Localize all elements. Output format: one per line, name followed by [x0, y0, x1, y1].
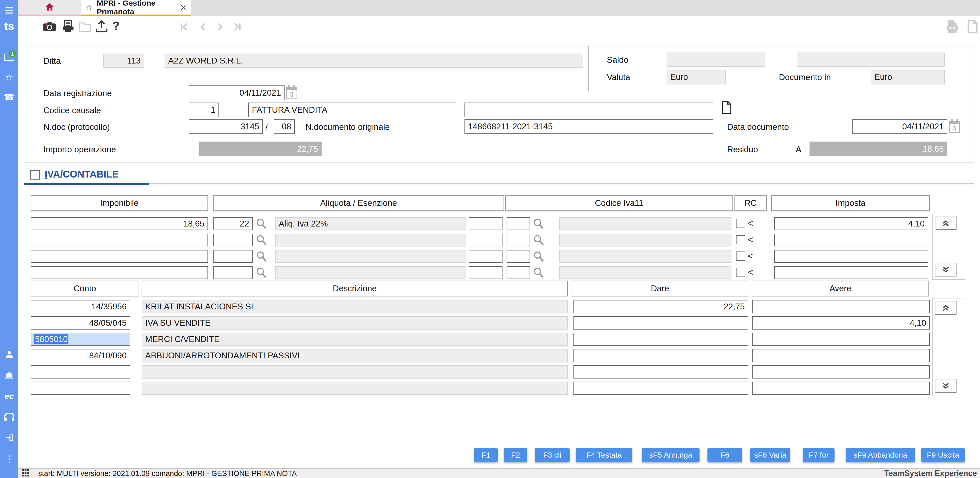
dare-field[interactable]: [573, 333, 748, 346]
iva-aliquota-field[interactable]: 22: [213, 217, 253, 230]
search-icon[interactable]: [255, 234, 267, 248]
avere-field[interactable]: [752, 365, 930, 378]
avere-field[interactable]: [752, 349, 930, 362]
search-icon[interactable]: [255, 251, 267, 264]
favorites-star-icon[interactable]: ☆: [0, 72, 18, 83]
logout-icon[interactable]: [0, 433, 18, 441]
documento-in-field[interactable]: Euro: [871, 70, 945, 84]
favorite-star-icon[interactable]: ☆: [86, 3, 93, 12]
sf9-abbandona-button[interactable]: sF9 Abbandona: [846, 448, 915, 462]
search-icon[interactable]: [532, 218, 545, 231]
valuta-field[interactable]: Euro: [667, 70, 726, 84]
sf5-ann-riga-button[interactable]: sF5 Ann.riga: [642, 448, 700, 462]
dare-field[interactable]: [573, 349, 748, 362]
rc-checkbox[interactable]: [736, 235, 745, 245]
rc-checkbox[interactable]: [736, 219, 745, 228]
iva-codice-field-2[interactable]: [507, 217, 530, 230]
iva-imposta-field[interactable]: [774, 266, 928, 279]
causale-extra-field[interactable]: [465, 103, 713, 118]
upload-icon[interactable]: [95, 19, 108, 34]
iva-imposta-field[interactable]: [774, 250, 928, 263]
iva-codice-field-1[interactable]: [469, 266, 503, 279]
iva-codice-field-2[interactable]: [507, 233, 530, 246]
tab-iva-contabile[interactable]: IVA/CONTABILE: [45, 169, 119, 180]
dare-field[interactable]: 22,75: [573, 300, 748, 313]
f7-for-button[interactable]: F7 for: [803, 448, 835, 462]
iva-codice-field-1[interactable]: [469, 217, 503, 230]
ditta-code-field[interactable]: 113: [103, 54, 144, 68]
saldo-field-1[interactable]: [667, 52, 765, 67]
conto-field-focused[interactable]: 5805010: [30, 333, 130, 346]
f9-uscita-button[interactable]: F9 Uscita: [921, 448, 965, 462]
ndoc-field[interactable]: 3145: [189, 119, 263, 134]
calendar-icon[interactable]: 3: [286, 87, 298, 99]
phone-icon[interactable]: ☎: [0, 92, 18, 102]
search-icon[interactable]: [255, 267, 267, 280]
iva-codice-field-2[interactable]: [507, 250, 530, 263]
workspace-icon[interactable]: 1: [0, 54, 18, 61]
ditta-name-field[interactable]: A2Z WORLD S.R.L.: [165, 54, 583, 68]
document-icon[interactable]: [721, 100, 732, 116]
last-record-icon[interactable]: [232, 22, 242, 33]
search-icon[interactable]: [532, 234, 545, 248]
next-record-icon[interactable]: [215, 22, 225, 33]
avere-field[interactable]: [752, 333, 930, 346]
dare-field[interactable]: [573, 316, 748, 330]
print-icon[interactable]: [62, 20, 75, 34]
search-icon[interactable]: [532, 251, 545, 264]
sf6-varia-button[interactable]: sF6 Varia: [750, 448, 790, 462]
iva-codice-field-1[interactable]: [469, 233, 503, 246]
dare-field[interactable]: [573, 365, 748, 378]
previous-record-icon[interactable]: [198, 22, 208, 33]
f1-button[interactable]: F1: [474, 448, 498, 462]
f3-cli-button[interactable]: F3 cli: [535, 448, 570, 462]
menu-icon[interactable]: [0, 6, 18, 14]
avere-field[interactable]: [752, 381, 930, 395]
tab-home[interactable]: [18, 0, 81, 14]
dare-field[interactable]: [573, 381, 748, 395]
f6-button[interactable]: F6: [708, 448, 742, 462]
iva-imponibile-field[interactable]: [30, 250, 208, 263]
search-icon[interactable]: [532, 267, 545, 280]
export-pdf-icon[interactable]: PDF: [945, 19, 959, 35]
iva-imponibile-field[interactable]: 18,65: [30, 217, 208, 230]
close-icon[interactable]: ×: [180, 3, 186, 11]
saldo-field-2[interactable]: [797, 52, 945, 67]
screenshot-camera-icon[interactable]: [43, 21, 56, 33]
iva-codice-field-2[interactable]: [507, 266, 530, 279]
iva-aliquota-field[interactable]: [213, 250, 253, 263]
iva-aliquota-field[interactable]: [213, 233, 253, 246]
calendar-icon-2[interactable]: 3: [949, 121, 960, 133]
new-document-icon[interactable]: [966, 19, 978, 35]
search-icon[interactable]: [255, 218, 267, 231]
iva-codice-field-1[interactable]: [469, 250, 503, 263]
more-options-icon[interactable]: ⋮: [0, 454, 18, 464]
codice-causale-field[interactable]: 1: [189, 103, 219, 118]
scroll-down-button[interactable]: [935, 263, 956, 276]
iva-imposta-field[interactable]: [774, 233, 928, 246]
apps-grid-icon[interactable]: [22, 469, 29, 478]
iva-imposta-field[interactable]: 4,10: [774, 217, 928, 230]
avere-field[interactable]: [752, 300, 930, 313]
f4-testata-button[interactable]: F4 Testata: [576, 448, 632, 462]
conto-field[interactable]: 14/35956: [30, 300, 130, 313]
scroll-up-button[interactable]: [935, 301, 956, 315]
avere-field[interactable]: 4,10: [752, 316, 930, 330]
folder-icon[interactable]: [79, 21, 91, 33]
tab-active[interactable]: ☆ MPRI - Gestione Primanota ×: [81, 0, 191, 14]
scroll-down-button[interactable]: [935, 379, 956, 393]
first-record-icon[interactable]: [180, 22, 190, 33]
causale-descrizione-field[interactable]: FATTURA VENDITA: [248, 103, 456, 118]
conto-field[interactable]: [30, 365, 130, 378]
section-checkbox[interactable]: [30, 170, 40, 179]
data-registrazione-field[interactable]: 04/11/2021: [189, 86, 285, 100]
conto-field[interactable]: [30, 381, 130, 395]
ndoc-originale-field[interactable]: 148668211-2021-3145: [465, 119, 713, 134]
conto-field[interactable]: 48/05/045: [30, 316, 130, 330]
iva-imponibile-field[interactable]: [30, 266, 208, 279]
iva-aliquota-field[interactable]: [213, 266, 253, 279]
rc-checkbox[interactable]: [736, 251, 745, 261]
headset-icon[interactable]: [0, 413, 18, 421]
rc-checkbox[interactable]: [736, 268, 745, 277]
ndoc-suffix-field[interactable]: 08: [274, 119, 295, 134]
